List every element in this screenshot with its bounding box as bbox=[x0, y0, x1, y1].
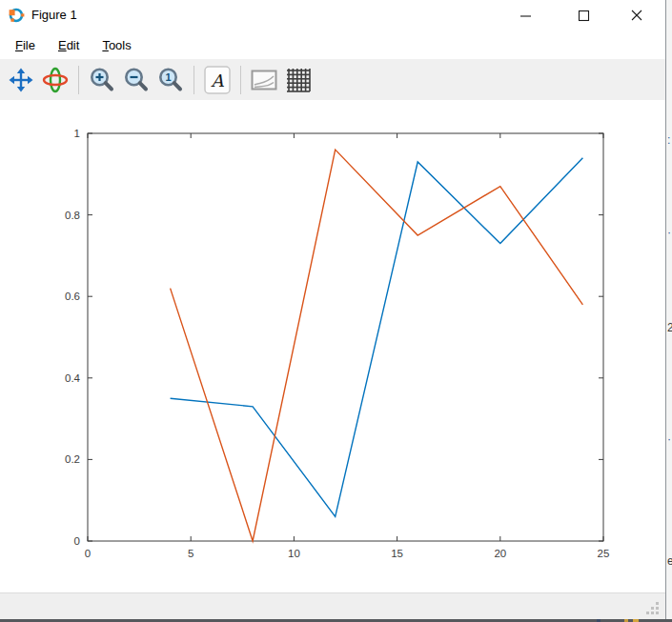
toolbar: 1 A bbox=[0, 59, 666, 100]
y-tick-label: 0.6 bbox=[65, 291, 80, 302]
x-tick-label: 0 bbox=[85, 548, 91, 559]
menu-tools[interactable]: Tools bbox=[92, 33, 140, 57]
svg-text:A: A bbox=[211, 70, 225, 90]
x-tick-label: 20 bbox=[494, 548, 506, 559]
y-tick-label: 0.8 bbox=[65, 210, 80, 221]
zoom-original-button[interactable]: 1 bbox=[153, 62, 188, 98]
clipped-text-fragment: 2 bbox=[667, 322, 672, 333]
x-tick-label: 5 bbox=[188, 548, 193, 559]
rotate-icon bbox=[42, 67, 69, 93]
clipped-text-fragment: · bbox=[667, 227, 671, 238]
toolbar-separator bbox=[78, 66, 79, 94]
clipped-text-fragment: e bbox=[667, 555, 672, 567]
minimize-button[interactable] bbox=[503, 0, 547, 30]
x-tick-label: 10 bbox=[288, 548, 300, 559]
status-bar bbox=[0, 592, 666, 619]
x-tick-label: 25 bbox=[598, 548, 610, 559]
background-window-right-sliver: :·2·e bbox=[665, 0, 672, 622]
minimize-icon bbox=[519, 10, 532, 22]
zoom-original-icon: 1 bbox=[157, 67, 184, 93]
axes-button[interactable] bbox=[247, 62, 281, 98]
y-tick-label: 1 bbox=[74, 128, 80, 139]
grid-icon bbox=[286, 68, 311, 92]
maximize-button[interactable] bbox=[561, 0, 605, 30]
chart-series-2 bbox=[171, 150, 583, 541]
clipped-text-fragment: · bbox=[667, 433, 671, 445]
menu-bar: File Edit Tools bbox=[0, 30, 666, 59]
rotate-tool-button[interactable] bbox=[38, 62, 72, 98]
zoom-out-button[interactable] bbox=[119, 62, 153, 98]
insert-text-icon: A bbox=[204, 66, 231, 94]
figure-window: Figure 1 File Edit Tools bbox=[0, 0, 672, 622]
octave-logo-icon bbox=[8, 7, 25, 24]
toolbar-separator bbox=[193, 66, 194, 94]
resize-grip-icon[interactable] bbox=[656, 612, 659, 614]
zoom-in-icon bbox=[89, 67, 115, 93]
close-button[interactable] bbox=[615, 0, 659, 30]
window-title: Figure 1 bbox=[31, 8, 77, 22]
x-tick-label: 15 bbox=[391, 548, 403, 559]
axes-icon bbox=[251, 69, 277, 91]
pan-icon bbox=[9, 68, 33, 92]
chart-series-1 bbox=[171, 158, 583, 517]
y-tick-label: 0 bbox=[74, 535, 80, 547]
title-bar[interactable]: Figure 1 bbox=[0, 0, 666, 30]
close-icon bbox=[630, 9, 643, 22]
toolbar-separator bbox=[240, 66, 241, 94]
zoom-out-icon bbox=[123, 67, 150, 93]
clipped-text-fragment: : bbox=[667, 134, 670, 146]
pan-tool-button[interactable] bbox=[4, 62, 38, 98]
y-tick-label: 0.2 bbox=[65, 453, 80, 465]
menu-edit[interactable]: Edit bbox=[49, 33, 89, 57]
maximize-icon bbox=[578, 10, 590, 22]
y-tick-label: 0.4 bbox=[65, 372, 81, 384]
svg-text:1: 1 bbox=[165, 71, 171, 83]
figure-canvas[interactable]: 051015202500.20.40.60.81 bbox=[0, 100, 666, 592]
grid-button[interactable] bbox=[281, 62, 316, 98]
menu-file[interactable]: File bbox=[6, 33, 45, 57]
line-chart: 051015202500.20.40.60.81 bbox=[0, 100, 666, 592]
zoom-in-button[interactable] bbox=[85, 62, 119, 98]
insert-text-button[interactable]: A bbox=[200, 62, 234, 98]
